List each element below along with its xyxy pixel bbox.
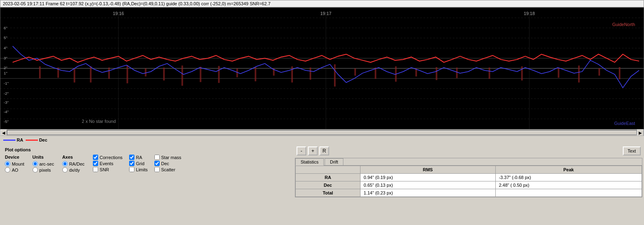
ao-radio[interactable] <box>5 167 10 173</box>
snr-checkbox[interactable] <box>93 167 98 172</box>
ra-checkbox[interactable] <box>129 155 134 160</box>
svg-rect-53 <box>456 68 458 78</box>
svg-rect-35 <box>108 68 110 79</box>
scroll-thumb[interactable] <box>7 131 637 135</box>
pixels-label: pixels <box>40 168 51 173</box>
pixels-radio[interactable] <box>33 167 38 173</box>
events-label: Events <box>100 161 114 166</box>
svg-text:4": 4" <box>4 46 8 50</box>
mount-radio-label[interactable]: Mount <box>5 161 24 166</box>
ao-label: AO <box>12 168 18 173</box>
svg-text:-3": -3" <box>4 100 9 105</box>
svg-rect-55 <box>521 66 523 81</box>
reset-button[interactable]: R <box>319 146 329 155</box>
arcsec-radio[interactable] <box>33 161 38 166</box>
svg-rect-37 <box>145 68 147 76</box>
svg-text:19:18: 19:18 <box>524 11 535 16</box>
status-bar: 2023-02-05 19:17:11 Frame 62 t=107.92 (x… <box>0 0 644 7</box>
dec-checkbox-label[interactable]: Dec <box>154 161 182 166</box>
chart-area: 19:16 19:17 19:18 6" 5" 4" 3" 2" 1" -1" … <box>0 7 644 129</box>
stats-row-dec: Dec 0.65" (0.13 px) 2.48" ( 0.50 px) <box>296 181 642 189</box>
col-header-peak: Peak <box>495 166 642 174</box>
checkboxes-group: Corrections RA Star mass Events <box>93 155 182 172</box>
stats-ra-peak: -3.37" (-0.68 px) <box>495 174 642 181</box>
scroll-right-button[interactable]: ▶ <box>637 129 644 136</box>
scatter-checkbox[interactable] <box>154 167 160 172</box>
svg-rect-57 <box>578 66 580 83</box>
dec-legend-line <box>26 140 38 141</box>
svg-rect-48 <box>354 68 356 76</box>
bottom-panel: Plot options Device Mount AO Unit <box>0 144 644 225</box>
mount-label: Mount <box>12 162 24 166</box>
starmass-checkbox-label[interactable]: Star mass <box>154 155 182 160</box>
col-header-rms: RMS <box>360 166 495 174</box>
units-group: Units arc-sec pixels <box>33 155 54 173</box>
svg-rect-59 <box>619 67 620 79</box>
mount-radio[interactable] <box>5 161 10 166</box>
svg-rect-56 <box>558 68 559 78</box>
svg-rect-40 <box>200 67 201 82</box>
corrections-checkbox[interactable] <box>93 155 98 160</box>
radec-radio-label[interactable]: RA/Dec <box>62 161 85 166</box>
controls-row: - + R Text <box>295 146 642 156</box>
svg-text:-5": -5" <box>4 119 9 124</box>
scroll-track[interactable] <box>7 130 637 135</box>
ra-checkbox-label[interactable]: RA <box>129 155 148 160</box>
units-group-title: Units <box>33 155 54 159</box>
svg-rect-31 <box>39 66 41 79</box>
grid-checkbox-label[interactable]: Grid <box>129 161 148 166</box>
dec-check-label: Dec <box>161 161 169 166</box>
snr-checkbox-label[interactable]: SNR <box>93 167 123 172</box>
radec-label: RA/Dec <box>69 162 85 166</box>
starmass-label: Star mass <box>161 155 182 160</box>
limits-checkbox[interactable] <box>129 167 134 172</box>
stats-dec-peak: 2.48" ( 0.50 px) <box>495 181 642 189</box>
svg-rect-41 <box>218 66 220 83</box>
scrollbar[interactable]: ◀ ▶ <box>0 129 644 136</box>
radec-radio[interactable] <box>62 161 68 166</box>
axes-group: Axes RA/Dec dx/dy <box>62 155 85 173</box>
svg-text:GuideEast: GuideEast <box>614 121 635 126</box>
zoom-out-button[interactable]: - <box>297 146 306 155</box>
stats-total-peak <box>495 189 642 197</box>
svg-rect-49 <box>375 68 376 79</box>
stats-tabs: Statistics Drift <box>295 158 642 166</box>
corrections-checkbox-label[interactable]: Corrections <box>93 155 123 160</box>
events-checkbox[interactable] <box>93 161 98 166</box>
scroll-left-button[interactable]: ◀ <box>0 129 7 136</box>
plot-options-panel: Plot options Device Mount AO Unit <box>2 146 295 223</box>
zoom-in-button[interactable]: + <box>308 146 318 155</box>
ra-legend: RA <box>3 138 23 142</box>
axes-group-title: Axes <box>62 155 85 159</box>
starmass-checkbox[interactable] <box>154 155 160 160</box>
svg-text:5": 5" <box>4 36 8 40</box>
ra-legend-line <box>3 140 15 141</box>
svg-rect-38 <box>163 68 165 81</box>
tab-drift[interactable]: Drift <box>325 158 343 165</box>
ao-radio-label[interactable]: AO <box>5 167 24 173</box>
stats-dec-rms: 0.65" (0.13 px) <box>360 181 495 189</box>
grid-label: Grid <box>136 161 145 166</box>
grid-checkbox[interactable] <box>129 161 134 166</box>
tab-statistics[interactable]: Statistics <box>295 158 324 166</box>
svg-rect-58 <box>598 68 600 76</box>
text-button[interactable]: Text <box>623 146 641 155</box>
pixels-radio-label[interactable]: pixels <box>33 167 54 173</box>
dxdy-radio[interactable] <box>62 167 68 173</box>
status-text: 2023-02-05 19:17:11 Frame 62 t=107.92 (x… <box>3 1 270 6</box>
svg-rect-34 <box>90 66 92 83</box>
svg-text:2": 2" <box>4 66 8 70</box>
limits-checkbox-label[interactable]: Limits <box>129 167 148 172</box>
stats-dec-label: Dec <box>296 181 360 189</box>
stats-ra-label: RA <box>296 174 360 181</box>
events-checkbox-label[interactable]: Events <box>93 161 123 166</box>
stats-ra-rms: 0.94" (0.19 px) <box>360 174 495 181</box>
dec-checkbox[interactable] <box>154 161 160 166</box>
dxdy-radio-label[interactable]: dx/dy <box>62 167 85 173</box>
stats-row-ra: RA 0.94" (0.19 px) -3.37" (-0.68 px) <box>296 174 642 181</box>
arcsec-radio-label[interactable]: arc-sec <box>33 161 54 166</box>
scatter-checkbox-label[interactable]: Scatter <box>154 167 182 172</box>
svg-text:1": 1" <box>4 71 8 75</box>
zoom-controls: - + R <box>297 146 329 155</box>
dec-legend: Dec <box>26 138 47 142</box>
